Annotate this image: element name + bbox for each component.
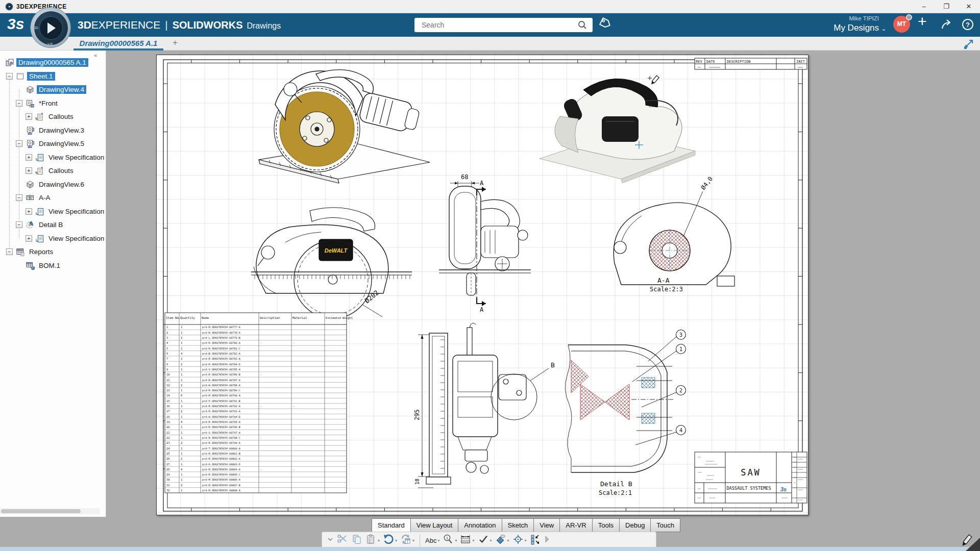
tree-item-front[interactable]: −*Front xyxy=(0,98,104,109)
collapse-box-icon[interactable]: − xyxy=(16,221,22,228)
collapse-box-icon[interactable]: − xyxy=(16,140,22,147)
area-hatch-button[interactable]: ▾ xyxy=(494,533,511,548)
ribbon-tab-standard[interactable]: Standard xyxy=(372,518,410,532)
tree-item-reports[interactable]: −Reports xyxy=(0,246,104,258)
dropdown-arrow-icon[interactable]: ▾ xyxy=(412,538,414,543)
expand-box-icon[interactable]: + xyxy=(26,167,32,174)
scrollbar-thumb[interactable] xyxy=(1,509,81,513)
detail-marker[interactable]: B xyxy=(551,361,555,369)
expand-box-icon[interactable]: + xyxy=(26,208,32,215)
avatar[interactable]: MT xyxy=(893,16,910,33)
more-button[interactable] xyxy=(543,533,552,548)
help-icon[interactable]: ? xyxy=(962,18,974,33)
collapse-box-icon[interactable]: − xyxy=(6,248,13,255)
svg-text:11: 11 xyxy=(166,379,170,382)
auto-balloon-button[interactable]: 1▾ xyxy=(441,533,458,548)
section-marker-bottom[interactable]: A xyxy=(480,306,484,313)
proj-view-icon xyxy=(26,126,35,135)
expand-box-icon[interactable]: + xyxy=(26,235,32,242)
svg-text:-: - xyxy=(260,436,262,439)
expand-box-icon[interactable]: + xyxy=(26,113,32,120)
dropdown-arrow-icon[interactable]: ▾ xyxy=(437,538,439,543)
workspace-selector[interactable]: My Designs ⌄ xyxy=(834,23,886,33)
dropdown-arrow-icon[interactable]: ▾ xyxy=(507,538,509,543)
ribbon-tab-tools[interactable]: Tools xyxy=(592,518,619,532)
dropdown-arrow-icon[interactable]: ▾ xyxy=(525,538,527,543)
tree-item-a-a[interactable]: −A-A xyxy=(0,192,104,204)
collapse-box-icon[interactable]: − xyxy=(16,194,22,201)
expand-box-icon[interactable]: + xyxy=(26,154,32,161)
tree-item-view-specification[interactable]: +View Specification xyxy=(0,233,104,244)
svg-text:1: 1 xyxy=(181,425,182,429)
svg-text:1: 1 xyxy=(181,357,182,360)
dropdown-arrow-icon[interactable]: ▾ xyxy=(455,538,457,543)
tree-item-drawingview-3[interactable]: DrawingView.3 xyxy=(0,125,104,136)
dimension-base[interactable]: 10 xyxy=(414,479,420,485)
spellcheck-button[interactable]: Abc▾ xyxy=(424,533,441,548)
drawing-sheet[interactable]: REV DATE DESCRIPTION INIT xyxy=(156,55,808,515)
cut-button[interactable] xyxy=(335,533,350,548)
tree-item-drawingview-5[interactable]: −DrawingView.5 xyxy=(0,138,104,149)
minimize-button[interactable]: – xyxy=(914,0,934,13)
share-icon[interactable] xyxy=(941,18,954,33)
section-view-scale[interactable]: Scale:2:3 xyxy=(650,286,683,293)
tree-item-drawingview-4[interactable]: DrawingView.4 xyxy=(0,84,104,95)
tree-horizontal-scrollbar[interactable] xyxy=(0,508,100,514)
tree-item-view-specification[interactable]: +View Specification xyxy=(0,206,104,217)
ribbon-tab-sketch[interactable]: Sketch xyxy=(502,518,534,532)
new-tab-button[interactable]: + xyxy=(173,38,178,48)
search-box[interactable] xyxy=(414,18,593,32)
bom-table[interactable]: Item No. Quantity Name Description Mater… xyxy=(165,313,353,493)
update-button[interactable]: ▾ xyxy=(399,533,416,548)
dropdown-arrow-icon[interactable]: ▾ xyxy=(378,538,380,543)
detail-view-scale[interactable]: Scale:2:1 xyxy=(599,489,632,496)
3dexperience-compass[interactable]: 3D V.R xyxy=(30,7,71,48)
svg-text:INIT: INIT xyxy=(796,60,805,64)
copy-button[interactable] xyxy=(350,533,364,548)
tree-item-detail-b[interactable]: −ADetail B xyxy=(0,219,104,231)
detail-view-title[interactable]: Detail B xyxy=(600,480,632,488)
ribbon-tab-touch[interactable]: Touch xyxy=(650,518,680,532)
collapse-view-icon[interactable] xyxy=(963,39,974,52)
add-content-icon[interactable]: + xyxy=(918,13,927,30)
tree-item-sheet-1[interactable]: −Sheet.1 xyxy=(0,71,104,82)
ribbon-tab-view[interactable]: View xyxy=(533,518,559,532)
validate-button[interactable]: ▾ xyxy=(476,533,494,548)
dropdown-arrow-icon[interactable]: ▾ xyxy=(395,538,397,543)
undo-button[interactable]: ▾ xyxy=(381,533,399,548)
dimension-height[interactable]: 295 xyxy=(413,409,421,420)
document-tab[interactable]: Drawing00000565 A.1 xyxy=(74,37,163,51)
restore-button[interactable]: ❐ xyxy=(936,0,957,13)
ribbon-tab-debug[interactable]: Debug xyxy=(619,518,650,532)
title-block[interactable]: SAW DASSAULT SYSTEMES 3s xyxy=(695,452,807,503)
svg-text:10: 10 xyxy=(166,373,170,376)
revision-table[interactable]: REV DATE DESCRIPTION INIT xyxy=(695,58,807,69)
tree-item-callouts[interactable]: +Callouts xyxy=(0,165,104,177)
tree-item-callouts[interactable]: +Callouts xyxy=(0,111,104,122)
tree-item-drawingview-6[interactable]: DrawingView.6 xyxy=(0,179,104,190)
smart-dimension-button[interactable]: ▾ xyxy=(458,533,476,548)
paste-button[interactable]: ▾ xyxy=(364,533,381,548)
svg-text:prd-R-3DK0785654-00781-C: prd-R-3DK0785654-00781-C xyxy=(202,347,240,350)
svg-text:1: 1 xyxy=(181,389,182,392)
dimension-width[interactable]: 68 xyxy=(461,173,468,181)
tree-item-view-specification[interactable]: +View Specification xyxy=(0,152,104,163)
tree-item-drawing00000565-a-1[interactable]: Drawing00000565 A.1 xyxy=(0,57,104,68)
ribbon-tab-ar-vr[interactable]: AR-VR xyxy=(559,518,592,532)
dropdown-arrow-icon[interactable]: ▾ xyxy=(490,538,492,543)
section-view-title[interactable]: A-A xyxy=(657,277,670,284)
search-input[interactable] xyxy=(421,19,574,30)
origin-target-button[interactable]: ▾ xyxy=(511,533,528,548)
collapse-box-icon[interactable]: − xyxy=(16,100,22,107)
bom-insert-button[interactable] xyxy=(528,533,543,548)
ribbon-tab-annotation[interactable]: Annotation xyxy=(458,518,501,532)
section-marker-top[interactable]: A xyxy=(480,180,484,187)
dropdown-arrow-icon[interactable]: ▾ xyxy=(472,538,474,543)
ribbon-tab-view-layout[interactable]: View Layout xyxy=(410,518,458,532)
close-button[interactable]: ✕ xyxy=(959,0,979,13)
menu-chevron-button[interactable] xyxy=(325,533,335,548)
tree-item-bom-1[interactable]: BOM.1 xyxy=(0,260,104,271)
tag-icon[interactable] xyxy=(597,16,611,33)
collapse-box-icon[interactable]: − xyxy=(6,73,13,80)
search-icon[interactable] xyxy=(578,20,587,32)
